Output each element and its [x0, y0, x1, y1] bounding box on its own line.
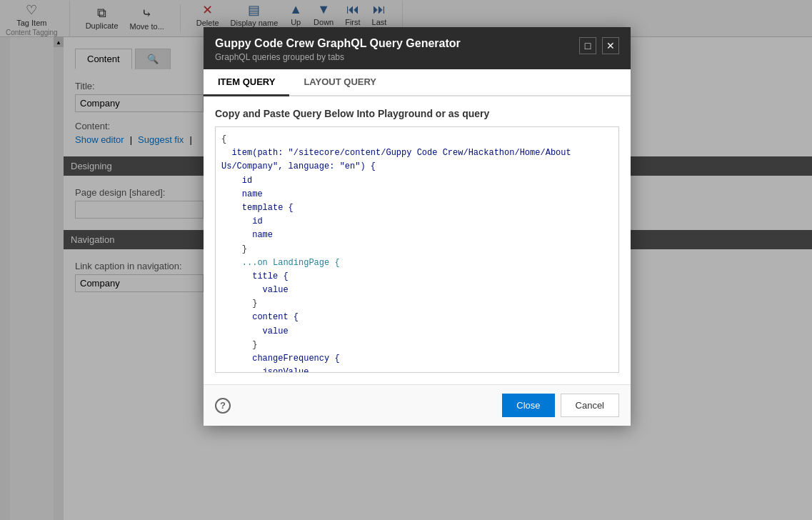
code-line: } [221, 243, 613, 256]
modal-close-x-button[interactable]: ✕ [602, 37, 619, 54]
code-line: Us/Company", language: "en") { [221, 160, 613, 174]
footer-left: ? [215, 398, 231, 414]
code-line: jsonValue [221, 366, 613, 373]
code-line: } [221, 339, 613, 352]
modal-title: Guppy Code Crew GraphQL Query Generator [215, 37, 461, 50]
tab-layout-query[interactable]: LAYOUT QUERY [289, 69, 391, 96]
modal-footer: ? Close Cancel [204, 384, 631, 426]
code-line: id [221, 215, 613, 229]
modal-maximize-button[interactable]: □ [579, 37, 596, 54]
query-code-container[interactable]: { item(path: "/sitecore/content/Guppy Co… [215, 126, 619, 373]
query-instruction-label: Copy and Paste Query Below Into Playgrou… [215, 108, 619, 119]
footer-right: Close Cancel [502, 394, 619, 417]
code-line: title { [221, 270, 613, 284]
modal-header-actions: □ ✕ [579, 37, 619, 54]
modal-body: Copy and Paste Query Below Into Playgrou… [204, 96, 631, 384]
code-line: { [221, 133, 613, 146]
help-button[interactable]: ? [215, 398, 231, 414]
modal-header: Guppy Code Crew GraphQL Query Generator … [204, 27, 631, 69]
modal-tabs: ITEM QUERY LAYOUT QUERY [204, 69, 631, 96]
modal-dialog: Guppy Code Crew GraphQL Query Generator … [204, 27, 631, 426]
code-line: value [221, 325, 613, 339]
modal-subtitle: GraphQL queries grouped by tabs [215, 52, 461, 62]
code-line: } [221, 297, 613, 311]
cancel-button[interactable]: Cancel [561, 394, 619, 417]
code-line: content { [221, 311, 613, 324]
code-line: ...on LandingPage { [221, 256, 613, 270]
code-line: changeFrequency { [221, 352, 613, 366]
code-line: id [221, 174, 613, 188]
close-button[interactable]: Close [502, 394, 554, 417]
modal-title-block: Guppy Code Crew GraphQL Query Generator … [215, 37, 461, 62]
code-line: name [221, 229, 613, 242]
code-line: name [221, 188, 613, 201]
code-line: template { [221, 201, 613, 215]
tab-item-query[interactable]: ITEM QUERY [204, 69, 289, 96]
code-line: item(path: "/sitecore/content/Guppy Code… [221, 146, 613, 160]
code-line: value [221, 284, 613, 297]
